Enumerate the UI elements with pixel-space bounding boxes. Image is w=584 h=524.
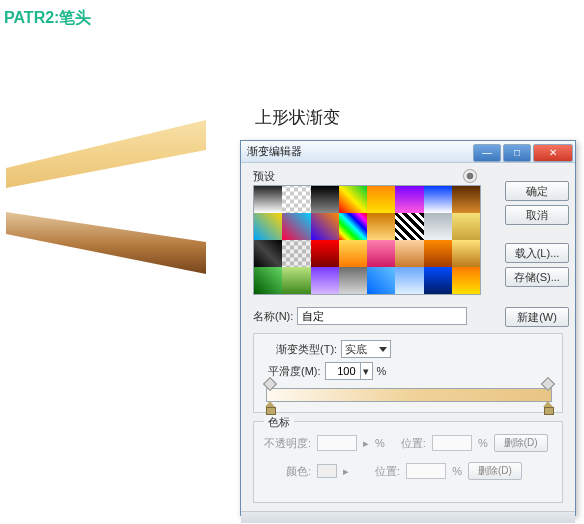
close-button[interactable]: ✕ xyxy=(533,144,573,162)
preset-swatch[interactable] xyxy=(424,240,452,267)
preset-swatch[interactable] xyxy=(452,267,480,294)
preset-swatch[interactable] xyxy=(339,240,367,267)
preset-swatch[interactable] xyxy=(424,186,452,213)
load-button[interactable]: 载入(L)... xyxy=(505,243,569,263)
preset-swatch[interactable] xyxy=(452,213,480,240)
color-position-input[interactable] xyxy=(406,463,446,479)
presets-grid[interactable] xyxy=(253,185,481,295)
cancel-button[interactable]: 取消 xyxy=(505,205,569,225)
preset-swatch[interactable] xyxy=(395,240,423,267)
right-button-stack: 确定 取消 载入(L)... 存储(S)... xyxy=(505,181,569,287)
minimize-button[interactable]: — xyxy=(473,144,501,162)
dialog-title: 渐变编辑器 xyxy=(241,144,473,159)
chevron-down-icon xyxy=(379,347,387,352)
presets-label: 预设 xyxy=(253,169,275,184)
preset-swatch[interactable] xyxy=(452,240,480,267)
preset-swatch[interactable] xyxy=(311,186,339,213)
gradient-type-label: 渐变类型(T): xyxy=(276,342,337,357)
preset-swatch[interactable] xyxy=(311,267,339,294)
preset-swatch[interactable] xyxy=(254,213,282,240)
preset-swatch[interactable] xyxy=(395,186,423,213)
color-swatch[interactable] xyxy=(317,464,337,478)
smoothness-row: 平滑度(M): ▾ % xyxy=(268,362,386,380)
preset-swatch[interactable] xyxy=(339,267,367,294)
gradient-shape-lower xyxy=(6,210,216,280)
opacity-input[interactable] xyxy=(317,435,357,451)
window-buttons: — □ ✕ xyxy=(473,142,575,162)
stops-group: 色标 不透明度: ▸ % 位置: % 删除(D) 颜色: ▸ 位置: % 删除(… xyxy=(253,421,563,503)
gradient-type-value: 实底 xyxy=(345,342,367,357)
dialog-footer xyxy=(241,511,575,523)
preset-swatch[interactable] xyxy=(282,267,310,294)
opacity-stop-row: 不透明度: ▸ % 位置: % 删除(D) xyxy=(264,434,548,452)
smoothness-label: 平滑度(M): xyxy=(268,364,321,379)
maximize-button[interactable]: □ xyxy=(503,144,531,162)
delete-color-stop-button[interactable]: 删除(D) xyxy=(468,462,522,480)
preset-swatch[interactable] xyxy=(367,240,395,267)
gradient-editor-dialog: 渐变编辑器 — □ ✕ 预设 确定 取消 载入(L)... 存储(S)... 名… xyxy=(240,140,576,516)
preset-swatch[interactable] xyxy=(367,213,395,240)
color-stop-right[interactable] xyxy=(543,401,553,413)
opacity-label: 不透明度: xyxy=(264,436,311,451)
section-label: 上形状渐变 xyxy=(255,106,340,129)
color-stop-row: 颜色: ▸ 位置: % 删除(D) xyxy=(264,462,522,480)
position-label: 位置: xyxy=(401,436,426,451)
gradient-shape-upper xyxy=(6,120,216,190)
preset-swatch[interactable] xyxy=(424,213,452,240)
preset-swatch[interactable] xyxy=(311,213,339,240)
preset-swatch[interactable] xyxy=(424,267,452,294)
ok-button[interactable]: 确定 xyxy=(505,181,569,201)
name-input[interactable] xyxy=(297,307,467,325)
percent-label: % xyxy=(377,365,387,377)
dropdown-caret-icon: ▸ xyxy=(343,465,349,478)
pen-tip-illustration xyxy=(6,120,216,300)
dropdown-caret-icon: ▸ xyxy=(363,437,369,450)
smoothness-spinner[interactable]: ▾ xyxy=(325,362,373,380)
color-stop-left[interactable] xyxy=(265,401,275,413)
dialog-body: 预设 确定 取消 载入(L)... 存储(S)... 名称(N): 新建(W) … xyxy=(241,163,575,515)
opacity-position-input[interactable] xyxy=(432,435,472,451)
preset-swatch[interactable] xyxy=(395,267,423,294)
page-title: PATR2:笔头 xyxy=(0,0,584,37)
new-button[interactable]: 新建(W) xyxy=(505,307,569,327)
preset-swatch[interactable] xyxy=(339,186,367,213)
smoothness-input[interactable] xyxy=(325,362,361,380)
delete-opacity-stop-button[interactable]: 删除(D) xyxy=(494,434,548,452)
gradient-type-select[interactable]: 实底 xyxy=(341,340,391,358)
gear-icon[interactable] xyxy=(463,169,477,183)
color-label: 颜色: xyxy=(286,464,311,479)
percent-label: % xyxy=(478,437,488,449)
save-button[interactable]: 存储(S)... xyxy=(505,267,569,287)
position-label: 位置: xyxy=(375,464,400,479)
preset-swatch[interactable] xyxy=(339,213,367,240)
gradient-options-group: 渐变类型(T): 实底 平滑度(M): ▾ % xyxy=(253,333,563,413)
name-label: 名称(N): xyxy=(253,309,293,324)
stops-legend: 色标 xyxy=(264,415,294,430)
name-row: 名称(N): xyxy=(253,307,467,325)
preset-swatch[interactable] xyxy=(367,267,395,294)
preset-swatch[interactable] xyxy=(367,186,395,213)
preset-swatch[interactable] xyxy=(282,213,310,240)
preset-swatch[interactable] xyxy=(254,240,282,267)
opacity-stop-left[interactable] xyxy=(265,379,275,389)
chevron-down-icon[interactable]: ▾ xyxy=(361,362,373,380)
preset-swatch[interactable] xyxy=(254,186,282,213)
percent-label: % xyxy=(452,465,462,477)
preset-swatch[interactable] xyxy=(254,267,282,294)
preset-swatch[interactable] xyxy=(282,240,310,267)
gradient-bar[interactable] xyxy=(266,388,552,402)
preset-swatch[interactable] xyxy=(282,186,310,213)
preset-swatch[interactable] xyxy=(452,186,480,213)
gradient-type-row: 渐变类型(T): 实底 xyxy=(276,340,391,358)
opacity-stop-right[interactable] xyxy=(543,379,553,389)
dialog-titlebar[interactable]: 渐变编辑器 — □ ✕ xyxy=(241,141,575,163)
percent-label: % xyxy=(375,437,385,449)
preset-swatch[interactable] xyxy=(395,213,423,240)
preset-swatch[interactable] xyxy=(311,240,339,267)
